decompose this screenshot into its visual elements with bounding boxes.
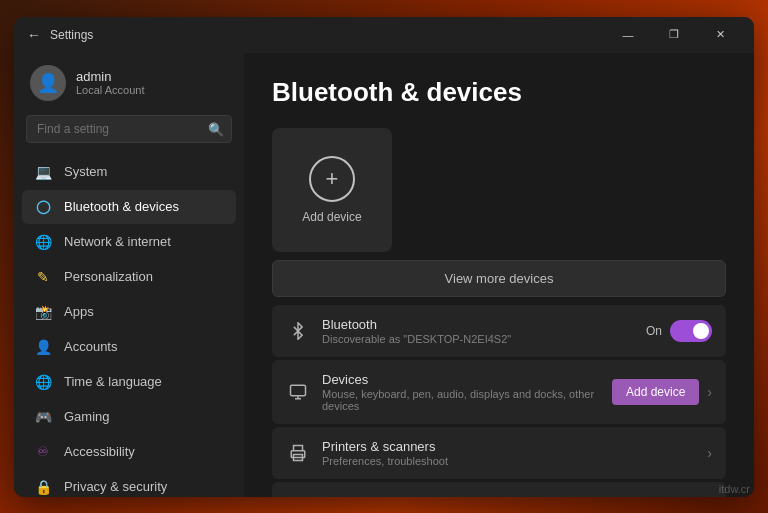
sidebar-item-label: Accounts — [64, 339, 117, 354]
window-title: Settings — [50, 28, 93, 42]
window-controls: — ❐ ✕ — [606, 21, 742, 49]
devices-row-text: Devices Mouse, keyboard, pen, audio, dis… — [322, 372, 612, 412]
accounts-icon: 👤 — [34, 338, 52, 356]
user-name: admin — [76, 69, 145, 84]
sidebar-item-label: Apps — [64, 304, 94, 319]
sidebar-item-label: Accessibility — [64, 444, 135, 459]
phone-row-title: Your Phone — [322, 494, 583, 497]
apps-icon: 📸 — [34, 303, 52, 321]
search-input[interactable] — [26, 115, 232, 143]
add-device-row-button[interactable]: Add device — [612, 379, 699, 405]
sidebar-item-accounts[interactable]: 👤 Accounts — [22, 330, 236, 364]
sidebar-item-label: Personalization — [64, 269, 153, 284]
sidebar-item-accessibility[interactable]: ♾ Accessibility — [22, 435, 236, 469]
svg-rect-0 — [291, 385, 306, 396]
printers-row-right: › — [707, 445, 712, 461]
devices-row[interactable]: Devices Mouse, keyboard, pen, audio, dis… — [272, 360, 726, 424]
user-info: admin Local Account — [76, 69, 145, 96]
system-icon: 💻 — [34, 163, 52, 181]
sidebar-item-label: System — [64, 164, 107, 179]
page-title: Bluetooth & devices — [272, 77, 726, 108]
sidebar-item-label: Time & language — [64, 374, 162, 389]
devices-row-right: Add device › — [612, 379, 712, 405]
title-bar-left: ← Settings — [26, 27, 93, 43]
view-more-button[interactable]: View more devices — [272, 260, 726, 297]
printers-row[interactable]: Printers & scanners Preferences, trouble… — [272, 427, 726, 479]
phone-row[interactable]: Your Phone Instantly access your Android… — [272, 482, 726, 497]
bluetooth-row-title: Bluetooth — [322, 317, 646, 332]
bluetooth-nav-icon: ◯ — [34, 198, 52, 216]
maximize-button[interactable]: ❐ — [652, 21, 696, 49]
bluetooth-icon — [286, 319, 310, 343]
content-area: 👤 admin Local Account 🔍 💻 System ◯ Bluet… — [14, 53, 754, 497]
sidebar-item-apps[interactable]: 📸 Apps — [22, 295, 236, 329]
add-circle-icon: + — [309, 156, 355, 202]
add-device-card-label: Add device — [302, 210, 361, 224]
add-device-card[interactable]: + Add device — [272, 128, 392, 252]
phone-row-text: Your Phone Instantly access your Android… — [322, 494, 583, 497]
sidebar-item-gaming[interactable]: 🎮 Gaming — [22, 400, 236, 434]
toggle-on-label: On — [646, 324, 662, 338]
printers-row-subtitle: Preferences, troubleshoot — [322, 455, 707, 467]
watermark: itdw.cr — [719, 483, 750, 495]
bluetooth-toggle[interactable] — [670, 320, 712, 342]
bluetooth-row-text: Bluetooth Discoverable as "DESKTOP-N2EI4… — [322, 317, 646, 345]
settings-window: ← Settings — ❐ ✕ 👤 admin Local Account 🔍 — [14, 17, 754, 497]
privacy-icon: 🔒 — [34, 478, 52, 496]
search-icon: 🔍 — [208, 121, 224, 136]
user-type: Local Account — [76, 84, 145, 96]
devices-row-title: Devices — [322, 372, 612, 387]
devices-icon — [286, 380, 310, 404]
network-icon: 🌐 — [34, 233, 52, 251]
search-box: 🔍 — [26, 115, 232, 143]
gaming-icon: 🎮 — [34, 408, 52, 426]
sidebar-item-network[interactable]: 🌐 Network & internet — [22, 225, 236, 259]
devices-row-subtitle: Mouse, keyboard, pen, audio, displays an… — [322, 388, 612, 412]
plus-icon: + — [326, 166, 339, 192]
title-bar: ← Settings — ❐ ✕ — [14, 17, 754, 53]
printers-row-text: Printers & scanners Preferences, trouble… — [322, 439, 707, 467]
personalization-icon: ✎ — [34, 268, 52, 286]
time-icon: 🌐 — [34, 373, 52, 391]
printers-row-title: Printers & scanners — [322, 439, 707, 454]
sidebar-item-time[interactable]: 🌐 Time & language — [22, 365, 236, 399]
sidebar: 👤 admin Local Account 🔍 💻 System ◯ Bluet… — [14, 53, 244, 497]
printers-icon — [286, 441, 310, 465]
sidebar-item-privacy[interactable]: 🔒 Privacy & security — [22, 470, 236, 497]
sidebar-item-system[interactable]: 💻 System — [22, 155, 236, 189]
avatar: 👤 — [30, 65, 66, 101]
sidebar-item-label: Gaming — [64, 409, 110, 424]
sidebar-item-label: Network & internet — [64, 234, 171, 249]
minimize-button[interactable]: — — [606, 21, 650, 49]
bluetooth-row-subtitle: Discoverable as "DESKTOP-N2EI4S2" — [322, 333, 646, 345]
bluetooth-row-right: On — [646, 320, 712, 342]
back-button[interactable]: ← — [26, 27, 42, 43]
main-content: Bluetooth & devices + Add device View mo… — [244, 53, 754, 497]
user-section: 👤 admin Local Account — [22, 53, 236, 115]
accessibility-icon: ♾ — [34, 443, 52, 461]
close-button[interactable]: ✕ — [698, 21, 742, 49]
bluetooth-row[interactable]: Bluetooth Discoverable as "DESKTOP-N2EI4… — [272, 305, 726, 357]
sidebar-item-label: Privacy & security — [64, 479, 167, 494]
chevron-right-icon: › — [707, 445, 712, 461]
sidebar-item-label: Bluetooth & devices — [64, 199, 179, 214]
sidebar-item-bluetooth[interactable]: ◯ Bluetooth & devices — [22, 190, 236, 224]
chevron-right-icon: › — [707, 384, 712, 400]
sidebar-item-personalization[interactable]: ✎ Personalization — [22, 260, 236, 294]
